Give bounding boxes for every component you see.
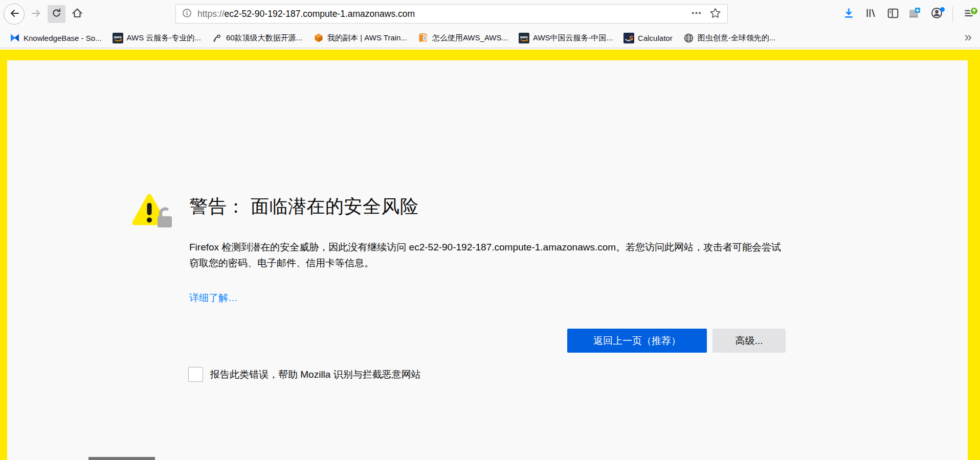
box-icon [418,33,429,43]
bookmark-label: KnowledgeBase - So... [24,34,102,42]
advanced-button[interactable]: 高级... [712,329,786,353]
menu-button[interactable] [960,5,977,23]
note-clipper-icon [908,7,921,21]
back-button[interactable] [4,4,25,25]
report-error-checkbox[interactable] [188,367,203,382]
page-actions-icon[interactable] [692,8,701,20]
notification-dot [940,7,945,12]
url-host: ec2-52-90-192-187.compute-1.amazonaws.co… [225,9,415,19]
report-error-label: 报告此类错误，帮助 Mozilla 识别与拦截恶意网站 [210,368,421,381]
bookmark-tuchong[interactable]: 图虫创意-全球领先的... [679,31,781,45]
svg-text:aws: aws [520,35,528,39]
aws-icon: aws [519,33,529,43]
error-page: 警告： 面临潜在的安全风险 Firefox 检测到潜在的安全威胁，因此没有继续访… [7,60,968,460]
bookmark-star-icon[interactable] [709,7,721,21]
download-icon [843,7,855,21]
reload-button[interactable] [48,5,65,23]
bookmark-label: 60款顶级大数据开源... [226,33,302,43]
account-button[interactable] [928,5,946,23]
forward-button[interactable] [27,5,45,23]
downloads-button[interactable] [840,5,858,23]
globe-icon [683,33,694,43]
library-button[interactable] [862,5,880,23]
forward-arrow-icon [31,8,42,21]
sidebar-button[interactable] [884,5,902,23]
bookmark-label: 怎么使用AWS_AWS... [432,33,508,43]
bookmark-aws-training[interactable]: 我的副本 | AWS Train... [308,31,412,45]
bookmark-label: 我的副本 | AWS Train... [327,33,407,43]
error-description: Firefox 检测到潜在的安全威胁，因此没有继续访问 ec2-52-90-19… [189,239,789,271]
s-logo-icon: S [623,33,634,43]
bookmarks-overflow-chevron[interactable]: » [965,29,980,47]
error-button-row: 返回上一页（推荐） 高级... [567,329,786,353]
library-icon [865,7,877,21]
bookmark-aws-howto[interactable]: 怎么使用AWS_AWS... [413,31,513,45]
learn-more-link[interactable]: 详细了解… [189,291,238,305]
cube-icon [313,33,324,43]
bookmark-knowledgebase[interactable]: KnowledgeBase - So... [5,31,106,45]
bottom-partial-element [88,457,155,460]
bookmark-label: Calculator [638,34,673,42]
error-page-title: 警告： 面临潜在的安全风险 [189,194,419,219]
url-bar[interactable]: https://ec2-52-90-192-187.compute-1.amaz… [175,4,728,24]
report-error-row[interactable]: 报告此类错误，帮助 Mozilla 识别与拦截恶意网站 [188,367,421,382]
bookmark-calculator[interactable]: S Calculator [619,31,677,45]
bookmark-label: AWS中国云服务-中国... [533,33,613,43]
svg-text:aws: aws [114,35,122,39]
extension-clipper-button[interactable] [906,5,924,23]
security-warning-icon [132,193,181,237]
bookmark-aws-china[interactable]: aws AWS中国云服务-中国... [514,31,617,45]
nav-button-group [4,0,86,28]
aws-icon: aws [113,33,123,43]
update-available-badge [970,7,978,15]
bookmark-label: 图虫创意-全球领先的... [698,33,776,43]
sidebar-icon [887,7,899,21]
bookmark-label: AWS 云服务-专业的... [127,33,201,43]
toolbar-separator [952,7,953,22]
bookmarks-toolbar: KnowledgeBase - So... aws AWS 云服务-专业的...… [0,28,980,49]
url-scheme: https:// [197,9,225,19]
navigation-toolbar: https://ec2-52-90-192-187.compute-1.amaz… [0,0,980,28]
site-info-icon[interactable] [182,8,192,20]
url-text: https://ec2-52-90-192-187.compute-1.amaz… [197,9,692,19]
go-back-button[interactable]: 返回上一页（推荐） [567,329,707,353]
warning-yellow-frame: 警告： 面临潜在的安全风险 Firefox 检测到潜在的安全威胁，因此没有继续访… [0,50,980,460]
svg-text:S: S [629,34,634,41]
back-arrow-icon [9,8,20,21]
home-icon [72,8,83,21]
pen-icon [212,33,222,43]
bookmark-aws-cloud[interactable]: aws AWS 云服务-专业的... [108,31,206,45]
reload-icon [51,8,62,20]
toolbar-right-group [840,0,977,28]
confluence-icon [9,33,20,43]
home-button[interactable] [68,5,86,23]
urlbar-actions [692,7,721,21]
bookmark-bigdata[interactable]: 60款顶级大数据开源... [207,31,307,45]
